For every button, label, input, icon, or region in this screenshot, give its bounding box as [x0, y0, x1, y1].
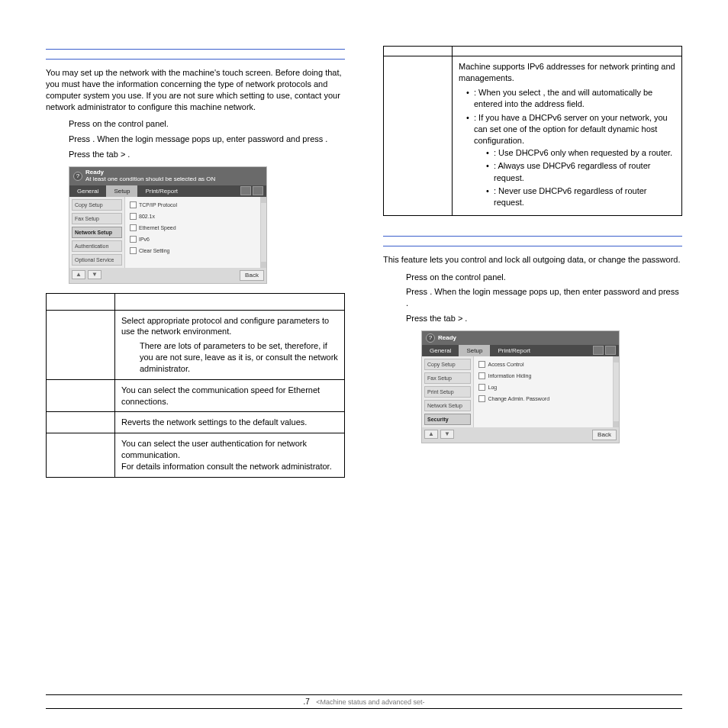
panel-substatus: At least one condition should be selecte…: [85, 176, 215, 183]
option-ethernet-speed[interactable]: Ethernet Speed: [130, 224, 195, 231]
option-802-1x[interactable]: 802.1x: [130, 213, 195, 220]
checkbox-icon[interactable]: [478, 384, 485, 391]
section-heading-network: [46, 49, 345, 60]
tab-setup[interactable]: Setup: [459, 345, 490, 356]
step-1: Press on the control panel.: [69, 118, 345, 130]
option-clear-setting[interactable]: Clear Setting: [130, 247, 195, 254]
checkbox-icon[interactable]: [130, 213, 137, 220]
table-cell: [453, 47, 682, 56]
step-text: on the control panel.: [92, 119, 169, 128]
tab-setup[interactable]: Setup: [106, 185, 137, 197]
sidebar-item-print-setup[interactable]: Print Setup: [424, 386, 471, 398]
table-cell: [47, 433, 115, 478]
security-intro: This feature lets you control and lock a…: [383, 254, 682, 266]
step-2: Press . When the login message pops up, …: [69, 134, 345, 145]
step-text: .: [325, 134, 327, 143]
help-icon[interactable]: ?: [73, 172, 82, 181]
checkbox-icon[interactable]: [478, 372, 485, 379]
sidebar-item-fax-setup[interactable]: Fax Setup: [424, 372, 471, 384]
tool-icon[interactable]: [240, 186, 251, 195]
chapter-title: <Machine status and advanced set-: [316, 698, 424, 706]
page-down-button[interactable]: ▼: [88, 270, 101, 279]
checkbox-icon[interactable]: [130, 247, 137, 254]
option-information-hiding[interactable]: Information Hiding: [478, 372, 543, 379]
home-icon[interactable]: [253, 186, 263, 195]
step-3: Press the tab > .: [406, 313, 682, 324]
page-up-button[interactable]: ▲: [424, 430, 438, 439]
table-cell: [384, 56, 453, 216]
table-header: [115, 293, 345, 310]
panel-tabs: General Setup Print/Report: [69, 185, 266, 197]
checkbox-icon[interactable]: [130, 236, 137, 243]
list-item: : Always use DHCPv6 regardless of router…: [486, 160, 675, 184]
step-text: Press: [69, 119, 92, 128]
sidebar-item-authentication[interactable]: Authentication: [72, 240, 122, 252]
section-heading-security: [383, 236, 682, 246]
back-button[interactable]: Back: [592, 430, 617, 440]
table-cell: [47, 412, 115, 433]
ipv6-table: Machine supports IPv6 addresses for netw…: [383, 46, 682, 216]
left-column: You may set up the network with the mach…: [46, 46, 345, 478]
list-item: : Never use DHCPv6 regardless of router …: [486, 185, 675, 209]
panel-main: Access Control Information Hiding Log Ch…: [473, 356, 613, 427]
table-cell: Select appropriate protocol and configur…: [115, 310, 345, 379]
panel-main: TCP/IP Protocol 802.1x Ethernet Speed IP…: [124, 197, 260, 268]
option-ipv6[interactable]: IPv6: [130, 236, 195, 243]
scrollbar[interactable]: [613, 356, 619, 427]
step-text: .: [127, 150, 130, 159]
step-text: Press the: [69, 150, 107, 159]
table-cell: [47, 379, 115, 412]
option-tcpip[interactable]: TCP/IP Protocol: [130, 201, 195, 208]
step-2: Press . When the login message pops up, …: [406, 286, 682, 309]
option-log[interactable]: Log: [478, 384, 608, 391]
table-cell: Reverts the network settings to the defa…: [115, 412, 345, 433]
panel-header: ? Ready: [422, 331, 619, 345]
sidebar-item-network-setup[interactable]: Network Setup: [424, 400, 471, 411]
tab-print-report[interactable]: Print/Report: [137, 185, 185, 197]
sidebar-item-fax-setup[interactable]: Fax Setup: [72, 213, 122, 224]
step-text: tab >: [107, 150, 128, 159]
checkbox-icon[interactable]: [478, 361, 485, 368]
option-change-admin-password[interactable]: Change Admin. Password: [478, 395, 608, 402]
help-icon[interactable]: ?: [426, 333, 435, 343]
home-icon[interactable]: [605, 346, 616, 355]
scrollbar[interactable]: [260, 197, 266, 268]
step-text: . When the login message pops up, enter …: [92, 134, 325, 143]
network-options-table: Select appropriate protocol and configur…: [46, 293, 345, 478]
panel-status: Ready: [438, 335, 456, 342]
checkbox-icon[interactable]: [130, 201, 137, 208]
step-text: Press: [69, 134, 92, 143]
panel-tabs: General Setup Print/Report: [422, 345, 619, 356]
sidebar-item-optional-service[interactable]: Optional Service: [72, 254, 122, 266]
list-item: : If you have a DHCPv6 server on your ne…: [466, 112, 675, 209]
tab-general[interactable]: General: [69, 185, 106, 197]
list-item: : When you select , the and will automat…: [466, 87, 675, 111]
sidebar-item-copy-setup[interactable]: Copy Setup: [72, 199, 122, 211]
step-1: Press on the control panel.: [406, 272, 682, 283]
sidebar-item-copy-setup[interactable]: Copy Setup: [424, 359, 471, 370]
network-setup-panel: ? Ready At least one condition should be…: [69, 166, 267, 284]
page-footer: .7 <Machine status and advanced set-: [46, 694, 682, 709]
table-cell: You can select the user authentication f…: [115, 433, 345, 478]
tool-icon[interactable]: [593, 346, 604, 355]
option-access-control[interactable]: Access Control: [478, 361, 543, 368]
right-column: Machine supports IPv6 addresses for netw…: [383, 46, 682, 478]
sidebar-item-network-setup[interactable]: Network Setup: [72, 227, 122, 238]
table-cell: Machine supports IPv6 addresses for netw…: [453, 56, 682, 216]
tab-print-report[interactable]: Print/Report: [490, 345, 538, 356]
step-3: Press the tab > .: [69, 149, 345, 160]
page-down-button[interactable]: ▼: [440, 430, 454, 439]
panel-sidebar: Copy Setup Fax Setup Print Setup Network…: [422, 356, 473, 427]
checkbox-icon[interactable]: [478, 395, 485, 402]
network-intro: You may set up the network with the mach…: [46, 67, 345, 112]
page-number: .7: [303, 697, 309, 706]
sidebar-item-security[interactable]: Security: [424, 414, 471, 425]
table-header: [47, 293, 115, 310]
page-up-button[interactable]: ▲: [72, 270, 85, 279]
list-item: : Use DHCPv6 only when requested by a ro…: [486, 147, 675, 159]
checkbox-icon[interactable]: [130, 224, 137, 231]
tab-general[interactable]: General: [422, 345, 459, 356]
panel-sidebar: Copy Setup Fax Setup Network Setup Authe…: [69, 197, 124, 268]
table-cell: [384, 47, 453, 56]
back-button[interactable]: Back: [240, 270, 264, 281]
